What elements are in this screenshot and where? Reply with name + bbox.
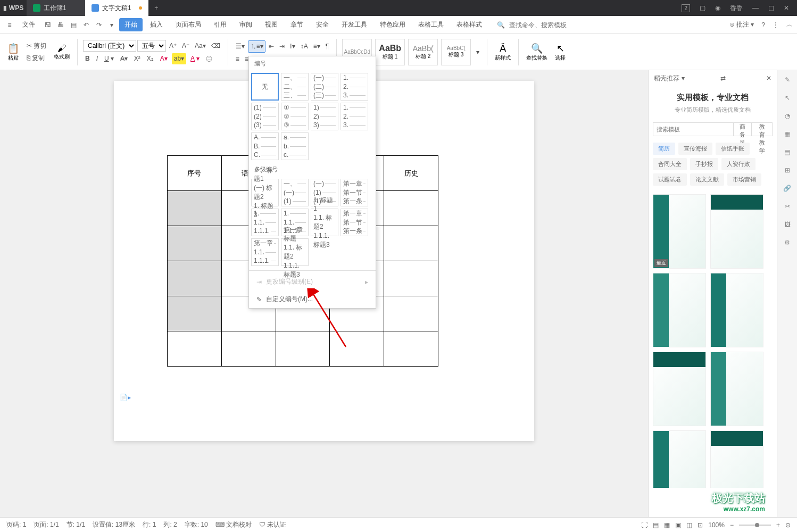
toolstrip-layout-icon[interactable]: ▦ <box>782 129 793 139</box>
table-cell[interactable] <box>384 331 438 367</box>
style-heading1[interactable]: AaBb标题 1 <box>375 39 405 65</box>
numbering-option[interactable]: 一、二、三、 <box>281 73 309 101</box>
table-cell[interactable] <box>384 261 438 296</box>
numbering-option[interactable]: ①②③ <box>281 103 309 130</box>
strikethrough-button[interactable]: A̶▾ <box>118 53 130 64</box>
menu-icon[interactable]: ≡ <box>4 20 15 30</box>
menu-chapter[interactable]: 章节 <box>285 18 309 31</box>
style-heading3[interactable]: AaBbC(标题 3 <box>441 39 471 65</box>
table-header-cell[interactable]: 序号 <box>168 156 222 191</box>
increase-font-button[interactable]: A⁺ <box>167 40 179 52</box>
menu-reference[interactable]: 引用 <box>209 18 232 31</box>
tag-hr[interactable]: 人资行政 <box>721 158 756 170</box>
template-thumbnail[interactable] <box>710 273 763 347</box>
show-marks-button[interactable]: ¶ <box>323 40 331 53</box>
multilevel-option[interactable]: 一、(一)(1) <box>281 179 309 206</box>
redo-icon[interactable]: ↷ <box>94 20 104 30</box>
custom-numbering-item[interactable]: ✎ 自定义编号(M)... <box>249 290 376 308</box>
multilevel-option[interactable]: 第一章1.1.1.1.1. <box>251 238 279 266</box>
close-button[interactable]: ✕ <box>784 4 789 12</box>
tag-newspaper[interactable]: 手抄报 <box>690 158 718 170</box>
menu-tablestyle[interactable]: 表格样式 <box>451 18 487 31</box>
status-ruler[interactable]: 设置值: 13厘米 <box>93 520 135 529</box>
toolstrip-gear-icon[interactable]: ⚙ <box>782 237 793 248</box>
template-thumbnail[interactable] <box>710 194 763 269</box>
toolstrip-link-icon[interactable]: 🔗 <box>782 183 793 194</box>
toolstrip-table-icon[interactable]: ▤ <box>782 147 793 157</box>
template-search-input[interactable] <box>653 122 734 136</box>
search-btn-education[interactable]: 教育教学 <box>752 122 773 136</box>
font-size-select[interactable]: 五号 <box>137 40 166 52</box>
table-cell[interactable] <box>168 226 222 261</box>
sidepanel-close-icon[interactable]: ✕ <box>766 74 771 82</box>
toolstrip-cursor-icon[interactable]: ↖ <box>782 93 793 103</box>
minimize-button[interactable]: — <box>752 4 759 12</box>
numbering-option[interactable]: 1.2.3. <box>341 73 368 101</box>
paste-icon[interactable]: 📋 <box>7 43 19 54</box>
command-search-input[interactable] <box>507 19 582 31</box>
menu-file[interactable]: 文件 <box>17 18 40 31</box>
numbering-option[interactable]: (一)(二)(三) <box>311 73 338 101</box>
toolstrip-edit-icon[interactable]: ✎ <box>782 74 793 85</box>
table-cell[interactable] <box>384 226 438 261</box>
align-left-button[interactable]: ≡ <box>234 54 242 64</box>
table-cell[interactable] <box>384 191 438 226</box>
underline-button[interactable]: U▾ <box>102 53 116 64</box>
template-thumbnail[interactable] <box>710 352 763 426</box>
font-name-select[interactable]: Calibri (正文) <box>83 40 136 52</box>
table-cell[interactable] <box>168 296 222 331</box>
italic-button[interactable]: I <box>94 53 100 64</box>
add-tab-button[interactable]: + <box>148 4 164 12</box>
subscript-button[interactable]: X₂ <box>145 53 156 64</box>
zoom-out-button[interactable]: − <box>730 521 734 529</box>
toolstrip-image-icon[interactable]: 🖼 <box>782 219 793 230</box>
status-proofread[interactable]: ⌨ 文档校对 <box>215 520 252 529</box>
status-unauth[interactable]: 🛡 未认证 <box>259 520 286 529</box>
undo-icon[interactable]: ↶ <box>81 20 92 30</box>
superscript-button[interactable]: X² <box>132 53 143 64</box>
annotate-button[interactable]: ⊙ 批注 ▾ <box>729 20 754 29</box>
highlight-button[interactable]: ab▾ <box>172 53 186 64</box>
find-replace-button[interactable]: 🔍查找替换 <box>524 36 550 68</box>
template-thumbnail[interactable] <box>653 352 706 426</box>
table-cell[interactable] <box>168 331 222 367</box>
tab-workbook1[interactable]: 工作簿1 <box>27 0 85 16</box>
numbering-option[interactable]: a.b.c. <box>281 132 309 160</box>
view-fullscreen-icon[interactable]: ⛶ <box>641 521 647 529</box>
table-header-cell[interactable]: 历史 <box>384 156 438 191</box>
menu-insert[interactable]: 插入 <box>145 18 168 31</box>
numbering-option[interactable]: 1)2)3) <box>311 103 338 130</box>
menu-review[interactable]: 审阅 <box>234 18 258 31</box>
search-btn-business[interactable]: 商务风 <box>734 122 752 136</box>
table-cell[interactable] <box>330 331 384 367</box>
help-button[interactable]: ? <box>761 21 765 29</box>
menu-security[interactable]: 安全 <box>311 18 334 31</box>
numbering-option[interactable]: A.B.C. <box>251 132 279 160</box>
copy-button[interactable]: ⎘ 复制 <box>24 53 48 64</box>
zoom-slider[interactable] <box>739 525 771 526</box>
circle-char-button[interactable]: ㊁ <box>204 53 214 64</box>
numbering-option[interactable]: (1)(2)(3) <box>251 103 279 130</box>
status-column[interactable]: 列: 2 <box>163 520 177 529</box>
zoom-fit-button[interactable]: ⊙ <box>785 521 791 529</box>
view-web-icon[interactable]: ▣ <box>675 521 681 529</box>
badge-icon[interactable]: 2 <box>682 4 690 12</box>
user-avatar[interactable]: ◉ <box>715 4 720 12</box>
chevron-up-icon[interactable]: ︿ <box>786 20 793 29</box>
menu-pagelayout[interactable]: 页面布局 <box>170 18 206 31</box>
status-section[interactable]: 节: 1/1 <box>67 520 85 529</box>
apps-icon[interactable]: ▢ <box>700 4 705 12</box>
bold-button[interactable]: B <box>83 53 92 64</box>
menu-start[interactable]: 开始 <box>119 18 143 31</box>
sidepanel-settings-icon[interactable]: ⇄ <box>720 74 726 82</box>
numbering-option[interactable]: 1.2.3. <box>341 103 368 130</box>
multilevel-option[interactable]: 第一章 标题1.1. 标题21.1.1. 标题3 <box>281 238 309 266</box>
tag-poster[interactable]: 宣传海报 <box>678 143 712 155</box>
view-focus-icon[interactable]: ⊡ <box>698 521 703 529</box>
format-painter-icon[interactable]: 🖌 <box>57 44 66 53</box>
view-read-icon[interactable]: ◫ <box>686 521 692 529</box>
status-pagenum[interactable]: 页码: 1 <box>6 520 26 529</box>
template-thumbnail[interactable]: 最近 <box>653 194 706 269</box>
status-words[interactable]: 字数: 10 <box>185 520 208 529</box>
text-direction-button[interactable]: Ⅰ▾ <box>288 40 297 53</box>
